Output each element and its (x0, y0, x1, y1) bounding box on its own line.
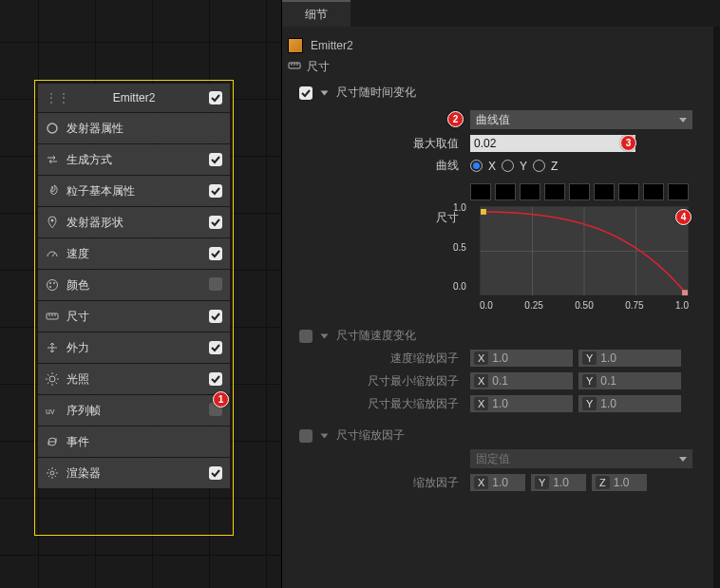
expand-icon[interactable] (321, 333, 329, 338)
palette-icon (46, 278, 59, 292)
emitter-module-row[interactable]: 颜色 (38, 270, 230, 300)
module-enable-checkbox[interactable] (209, 310, 222, 323)
module-enable-checkbox[interactable] (209, 372, 222, 386)
graph-canvas[interactable]: ⋮⋮ Emitter2 发射器属性生成方式粒子基本属性发射器形状速度颜色尺寸外力… (0, 0, 281, 588)
emitter-enable-checkbox[interactable] (209, 91, 222, 104)
emitter-module-row[interactable]: uv序列帧 (38, 395, 230, 426)
emitter-module-row[interactable]: 事件 (38, 427, 230, 457)
curve-preset[interactable] (668, 183, 689, 200)
curve-preset[interactable] (569, 183, 590, 200)
module-label: 生成方式 (66, 152, 112, 168)
size-scale-header: 尺寸缩放因子 (336, 427, 405, 444)
section-size-over-speed: 尺寸随速度变化 速度缩放因子X1.0Y1.0尺寸最小缩放因子X0.1Y0.1尺寸… (299, 328, 711, 412)
svg-point-1 (51, 219, 54, 222)
radio-z[interactable] (533, 160, 545, 172)
module-enable-checkbox[interactable] (209, 247, 222, 260)
sos-y-input[interactable]: Y0.1 (578, 372, 681, 389)
details-panel: 细节 Emitter2 尺寸 尺寸随时间变化 (281, 0, 720, 588)
module-label: 光照 (66, 371, 89, 388)
module-enable-checkbox[interactable] (209, 341, 222, 354)
module-enable-checkbox[interactable] (209, 153, 222, 166)
section-size-over-time: 尺寸随时间变化 2 曲线值 最大取值 0.02 (299, 85, 711, 295)
curve-preset[interactable] (594, 183, 615, 200)
size-over-time-checkbox[interactable] (299, 86, 313, 100)
module-enable-checkbox[interactable] (209, 184, 222, 198)
size-over-speed-checkbox[interactable] (299, 330, 313, 343)
callout-marker-4: 4 (675, 209, 692, 225)
curve-chart-label: 尺寸 (299, 206, 470, 226)
emitter-title: Emitter2 (113, 91, 156, 104)
svg-point-6 (49, 286, 51, 288)
tab-bar: 细节 (282, 0, 720, 27)
emitter-module-row[interactable]: 光照 (38, 364, 230, 394)
section-size-scale: 尺寸缩放因子 固定值 缩放因子 X1.0 Y1.0 (299, 427, 711, 491)
uv-icon: uv (46, 404, 59, 417)
module-enable-checkbox[interactable] (209, 277, 222, 291)
module-enable-checkbox[interactable] (209, 216, 222, 229)
emitter-module-row[interactable]: 尺寸 (38, 301, 230, 332)
svg-rect-33 (682, 290, 688, 295)
emitter-module-row[interactable]: 发射器属性 (38, 113, 230, 143)
svg-line-16 (56, 374, 58, 376)
cycle-icon (46, 435, 59, 448)
emitter-module-row[interactable]: 生成方式 (38, 144, 230, 175)
radio-y[interactable] (502, 160, 514, 172)
sos-x-input[interactable]: X1.0 (470, 350, 573, 367)
emitter-module-row[interactable]: 粒子基本属性 (38, 176, 230, 206)
module-label: 渲染器 (66, 465, 101, 482)
curve-preset[interactable] (544, 183, 565, 200)
sun-icon (46, 372, 59, 386)
curve-x-axis: 0.0 0.25 0.50 0.75 1.0 (480, 300, 689, 311)
swap-icon (46, 153, 59, 166)
size-scale-checkbox[interactable] (299, 429, 313, 443)
scale-x-input[interactable]: X1.0 (470, 474, 525, 491)
module-label: 速度 (66, 246, 89, 262)
svg-text:uv: uv (46, 407, 55, 416)
scrollbar-gutter[interactable] (713, 27, 720, 588)
callout-marker-1: 1 (213, 391, 229, 408)
emitter-node[interactable]: ⋮⋮ Emitter2 发射器属性生成方式粒子基本属性发射器形状速度颜色尺寸外力… (38, 84, 230, 488)
callout-marker-3: 3 (620, 135, 636, 151)
radio-x[interactable] (470, 160, 483, 172)
emitter-module-row[interactable]: 速度 (38, 238, 230, 269)
tab-details[interactable]: 细节 (282, 0, 351, 27)
arrows-icon (46, 341, 59, 354)
pin-icon (46, 216, 59, 229)
curve-preset[interactable] (495, 183, 516, 200)
section-title: 尺寸 (307, 59, 330, 75)
emitter-module-row[interactable]: 渲染器 (38, 458, 230, 488)
scale-y-input[interactable]: Y1.0 (531, 474, 586, 491)
curve-preset[interactable] (520, 183, 540, 200)
sos-x-input[interactable]: X1.0 (470, 395, 573, 412)
expand-icon[interactable] (321, 90, 329, 95)
curve-preset[interactable] (470, 183, 491, 200)
sos-y-input[interactable]: Y1.0 (578, 350, 681, 367)
scale-z-input[interactable]: Z1.0 (592, 474, 647, 491)
emitter-module-row[interactable]: 外力 (38, 332, 230, 363)
curve-preset[interactable] (643, 183, 664, 200)
module-label: 尺寸 (66, 309, 89, 325)
callout-marker-2: 2 (447, 111, 464, 127)
drag-handle-icon: ⋮⋮ (46, 91, 55, 104)
module-enable-checkbox[interactable] (209, 466, 222, 480)
curve-mode-dropdown[interactable]: 曲线值 (470, 110, 692, 129)
expand-icon[interactable] (321, 433, 329, 438)
sos-row-label: 尺寸最大缩放因子 (299, 396, 470, 412)
sos-y-input[interactable]: Y1.0 (578, 395, 681, 412)
curve-y-axis: 1.0 0.5 0.0 (453, 202, 466, 292)
module-label: 发射器属性 (66, 121, 123, 137)
sos-x-input[interactable]: X0.1 (470, 372, 573, 389)
svg-line-23 (48, 469, 49, 470)
curve-editor[interactable]: 4 (480, 206, 689, 295)
selection-title: Emitter2 (288, 38, 711, 53)
module-label: 发射器形状 (66, 215, 123, 231)
selection-title-text: Emitter2 (311, 39, 353, 52)
curve-preset[interactable] (618, 183, 639, 200)
svg-line-2 (52, 253, 55, 256)
scale-mode-dropdown[interactable]: 固定值 (470, 449, 692, 468)
module-label: 外力 (66, 340, 89, 356)
ruler-icon (46, 310, 59, 323)
emitter-module-row[interactable]: 发射器形状 (38, 207, 230, 237)
max-value-input[interactable]: 0.02 (470, 135, 635, 152)
emitter-header[interactable]: ⋮⋮ Emitter2 (38, 84, 230, 112)
